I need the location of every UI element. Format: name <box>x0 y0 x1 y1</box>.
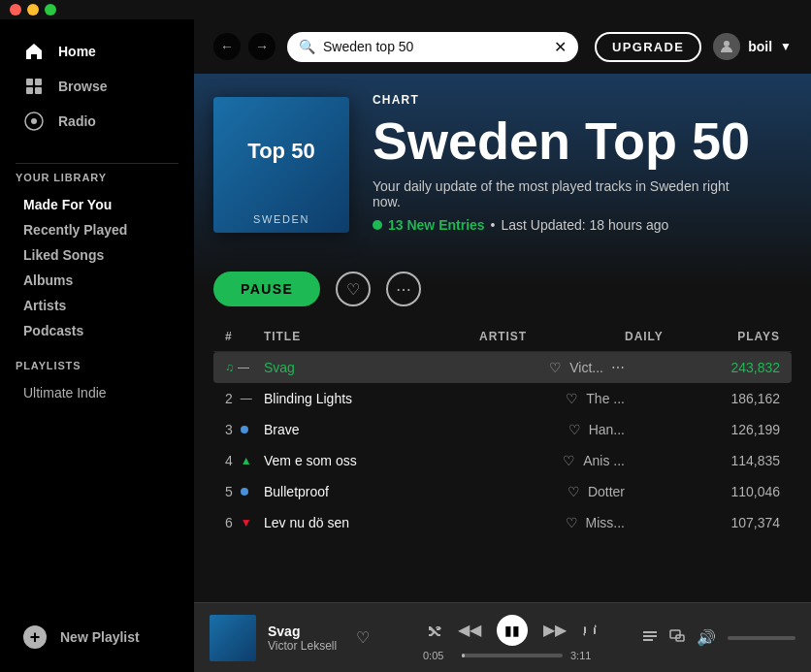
main-content: ← → 🔍 ✕ Upgrade boil ▼ <box>194 19 811 672</box>
titlebar <box>0 0 811 19</box>
minimize-button[interactable] <box>27 4 39 16</box>
meta-dot-icon <box>373 220 382 230</box>
track-plays-2: 186,162 <box>702 391 780 406</box>
track-heart-3[interactable]: ♡ <box>568 422 581 437</box>
artists-label: Artists <box>23 298 66 313</box>
user-area[interactable]: boil ▼ <box>713 33 792 60</box>
entries-count: 13 New Entries <box>388 217 485 233</box>
volume-bar[interactable] <box>728 636 795 640</box>
header-artist: Artist <box>479 330 625 343</box>
header-plays: Plays <box>702 330 780 343</box>
sidebar-item-browse[interactable]: Browse <box>16 70 178 103</box>
time-current: 0:05 <box>423 650 454 661</box>
track-plays-6: 107,374 <box>702 515 780 530</box>
back-button[interactable]: ← <box>213 33 241 60</box>
track-number-6: 6 ▼ <box>225 515 264 530</box>
playing-icon: ♫ <box>225 361 234 374</box>
nav-arrows: ← → <box>213 33 276 60</box>
hero-description: Your daily update of the most played tra… <box>373 178 741 209</box>
last-updated-label: Last Updated: 18 hours ago <box>502 217 669 233</box>
now-playing-heart-button[interactable]: ♡ <box>356 628 370 647</box>
svg-rect-6 <box>643 631 657 633</box>
hero-artwork: Top 50 Sweden <box>213 97 349 233</box>
track-plays-1: 243,832 <box>702 360 780 375</box>
track-title-col-3: Brave <box>264 422 479 437</box>
svg-point-4 <box>31 118 37 124</box>
header-num: # <box>225 330 264 343</box>
trend-blue-icon-5 <box>241 488 248 496</box>
svg-rect-0 <box>26 79 33 85</box>
sidebar-item-radio[interactable]: Radio <box>16 105 178 138</box>
track-heart-6[interactable]: ♡ <box>566 515 578 530</box>
search-input[interactable] <box>323 39 550 54</box>
track-number-5: 5 <box>225 484 264 499</box>
search-clear-button[interactable]: ✕ <box>554 38 567 56</box>
maximize-button[interactable] <box>45 4 56 16</box>
track-heart-4[interactable]: ♡ <box>563 453 575 468</box>
sidebar: Home Browse <box>0 19 194 672</box>
sidebar-item-radio-label: Radio <box>58 113 96 129</box>
close-button[interactable] <box>10 4 21 16</box>
pause-button[interactable]: Pause <box>213 272 320 306</box>
sidebar-item-artists[interactable]: Artists <box>16 294 178 317</box>
plus-icon: + <box>23 625 47 649</box>
trend-up-icon: ▲ <box>241 454 252 467</box>
repeat-button[interactable] <box>582 623 598 638</box>
track-actions-5: ♡ Dotter <box>479 484 625 499</box>
track-name-6: Lev nu dö sen <box>264 515 479 530</box>
track-name-4: Vem e som oss <box>264 453 479 468</box>
track-row[interactable]: 6 ▼ Lev nu dö sen ♡ Miss... 107,374 <box>213 507 792 538</box>
more-options-button[interactable]: ⋯ <box>386 272 421 306</box>
previous-button[interactable]: ◀◀ <box>458 621 481 639</box>
track-name-2: Blinding Lights <box>264 391 479 406</box>
play-pause-button[interactable]: ▮▮ <box>497 615 528 646</box>
shuffle-button[interactable] <box>427 623 442 638</box>
track-title-col-5: Bulletproof <box>264 484 479 499</box>
svg-rect-7 <box>643 635 657 637</box>
time-total: 3:11 <box>570 650 601 661</box>
like-button[interactable]: ♡ <box>336 272 371 306</box>
header-title: Title <box>264 330 479 343</box>
now-playing-bar: Svag Victor Leksell ♡ ◀◀ ▮▮ ▶▶ <box>194 602 811 672</box>
meta-separator: • <box>491 217 496 233</box>
track-heart-1[interactable]: ♡ <box>549 360 562 375</box>
now-playing-center: ◀◀ ▮▮ ▶▶ 0:05 3:11 <box>423 615 601 661</box>
upgrade-button[interactable]: Upgrade <box>595 32 701 62</box>
progress-fill <box>462 654 465 657</box>
sidebar-item-made-for-you[interactable]: Made For You <box>16 193 178 216</box>
track-actions-3: ♡ Han... <box>479 422 625 437</box>
now-playing-artist: Victor Leksell <box>268 639 337 653</box>
track-heart-2[interactable]: ♡ <box>566 391 578 406</box>
sidebar-item-ultimate-indie[interactable]: Ultimate Indie <box>16 381 178 404</box>
track-more-1[interactable]: ⋯ <box>611 360 625 375</box>
track-number-2: 2 — <box>225 391 264 406</box>
next-button[interactable]: ▶▶ <box>543 621 567 639</box>
track-row[interactable]: 4 ▲ Vem e som oss ♡ Anis ... 114,835 <box>213 445 792 476</box>
devices-button[interactable] <box>669 628 685 648</box>
track-name-3: Brave <box>264 422 479 437</box>
sidebar-item-recently-played[interactable]: Recently Played <box>16 218 178 241</box>
new-playlist-label: New Playlist <box>60 629 140 645</box>
sidebar-item-liked-songs[interactable]: Liked Songs <box>16 243 178 267</box>
content-area: Top 50 Sweden Chart Sweden Top 50 Your d… <box>194 74 811 602</box>
sidebar-item-podcasts[interactable]: Podcasts <box>16 319 178 342</box>
volume-button[interactable]: 🔊 <box>697 628 716 647</box>
queue-button[interactable] <box>642 628 658 648</box>
track-plays-4: 114,835 <box>702 453 780 468</box>
track-row[interactable]: ♫ — Svag ♡ Vict... ⋯ 243,832 <box>213 352 792 383</box>
track-heart-5[interactable]: ♡ <box>568 484 580 499</box>
track-title-col-6: Lev nu dö sen <box>264 515 479 530</box>
forward-button[interactable]: → <box>248 33 276 60</box>
progress-bar[interactable] <box>462 654 563 657</box>
sidebar-item-albums[interactable]: Albums <box>16 269 178 292</box>
topbar: ← → 🔍 ✕ Upgrade boil ▼ <box>194 19 811 74</box>
track-row[interactable]: 3 Brave ♡ Han... 126,199 <box>213 414 792 445</box>
track-artist-5: Dotter <box>588 484 625 499</box>
track-row[interactable]: 2 — Blinding Lights ♡ The ... 186,162 <box>213 383 792 414</box>
now-playing-left: Svag Victor Leksell ♡ <box>210 615 423 661</box>
sidebar-item-home[interactable]: Home <box>16 35 178 68</box>
new-playlist-button[interactable]: + New Playlist <box>0 618 194 656</box>
track-header: # Title Artist Daily Plays <box>213 322 792 352</box>
track-row[interactable]: 5 Bulletproof ♡ Dotter 110,046 <box>213 476 792 507</box>
track-actions-4: ♡ Anis ... <box>479 453 625 468</box>
